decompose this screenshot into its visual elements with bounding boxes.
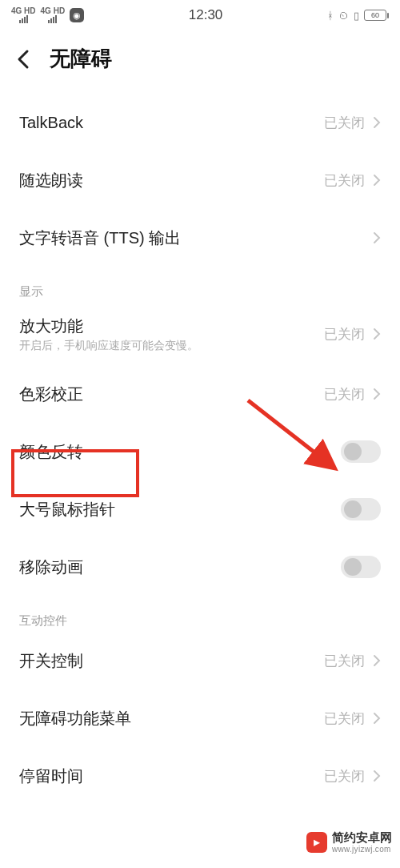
toggle-color-inversion[interactable] (341, 440, 381, 463)
chevron-right-icon (373, 174, 381, 187)
status-label: 已关闭 (324, 709, 365, 728)
row-title: 文字转语音 (TTS) 输出 (19, 227, 181, 249)
watermark: ▸ 简约安卓网 www.jyizwj.com (303, 829, 395, 855)
row-tts[interactable]: 文字转语音 (TTS) 输出 (0, 209, 400, 267)
back-icon[interactable] (16, 48, 32, 70)
row-color-correction[interactable]: 色彩校正 已关闭 (0, 365, 400, 423)
toggle-remove-animation[interactable] (341, 556, 381, 578)
signal-bars-icon (19, 15, 28, 23)
status-label: 已关闭 (324, 767, 365, 786)
row-select-speak[interactable]: 随选朗读 已关闭 (0, 151, 400, 209)
row-switch-control[interactable]: 开关控制 已关闭 (0, 632, 400, 689)
section-interact: 互动控件 (0, 596, 400, 632)
row-title: 大号鼠标指针 (19, 499, 115, 520)
row-title: 停留时间 (19, 766, 83, 787)
vibrate-icon: ▯ (354, 10, 359, 22)
battery-icon: 60 (364, 10, 389, 21)
row-title: TalkBack (19, 114, 83, 132)
row-title: 移除动画 (19, 557, 83, 578)
chevron-right-icon (373, 328, 381, 340)
toggle-large-cursor[interactable] (341, 498, 381, 520)
network-label-2: 4G HD (41, 7, 66, 15)
chevron-right-icon (373, 770, 381, 782)
row-title: 放大功能 (19, 315, 198, 337)
watermark-name: 简约安卓网 (332, 830, 392, 844)
chevron-right-icon (373, 654, 381, 667)
camera-icon: ◉ (70, 8, 84, 22)
status-bar: 4G HD 4G HD ◉ 12:30 ᚼ ⏲ ▯ 60 (0, 0, 400, 30)
signal-2: 4G HD (41, 7, 66, 23)
clock: 12:30 (189, 7, 223, 23)
network-label-1: 4G HD (11, 7, 36, 15)
status-right: ᚼ ⏲ ▯ 60 (327, 10, 389, 22)
chevron-right-icon (373, 116, 381, 129)
status-label: 已关闭 (324, 325, 365, 344)
battery-level: 60 (371, 11, 379, 19)
row-dwell-time[interactable]: 停留时间 已关闭 (0, 747, 400, 805)
status-label: 已关闭 (324, 385, 365, 404)
row-color-inversion[interactable]: 颜色反转 (0, 423, 400, 480)
page-title: 无障碍 (50, 45, 112, 73)
status-left: 4G HD 4G HD ◉ (11, 7, 84, 23)
row-title: 色彩校正 (19, 384, 83, 405)
row-magnify[interactable]: 放大功能 开启后，手机响应速度可能会变慢。 已关闭 (0, 303, 400, 365)
row-remove-animation[interactable]: 移除动画 (0, 538, 400, 596)
header: 无障碍 (0, 30, 400, 94)
row-title: 颜色反转 (19, 441, 83, 463)
status-label: 已关闭 (324, 114, 365, 132)
row-title: 无障碍功能菜单 (19, 708, 131, 729)
alarm-icon: ⏲ (338, 10, 349, 22)
row-title: 随选朗读 (19, 170, 83, 191)
chevron-right-icon (373, 231, 381, 244)
watermark-url: www.jyizwj.com (332, 845, 392, 854)
watermark-icon: ▸ (306, 832, 327, 853)
row-large-cursor[interactable]: 大号鼠标指针 (0, 480, 400, 538)
signal-1: 4G HD (11, 7, 36, 23)
row-subtitle: 开启后，手机响应速度可能会变慢。 (19, 339, 198, 353)
status-label: 已关闭 (324, 171, 365, 190)
row-title: 开关控制 (19, 650, 83, 672)
chevron-right-icon (373, 712, 381, 725)
bluetooth-icon: ᚼ (327, 10, 334, 22)
status-label: 已关闭 (324, 652, 365, 670)
row-talkback[interactable]: TalkBack 已关闭 (0, 94, 400, 151)
row-a11y-menu[interactable]: 无障碍功能菜单 已关闭 (0, 689, 400, 747)
signal-bars-icon (48, 15, 57, 23)
chevron-right-icon (373, 388, 381, 400)
section-display: 显示 (0, 267, 400, 303)
